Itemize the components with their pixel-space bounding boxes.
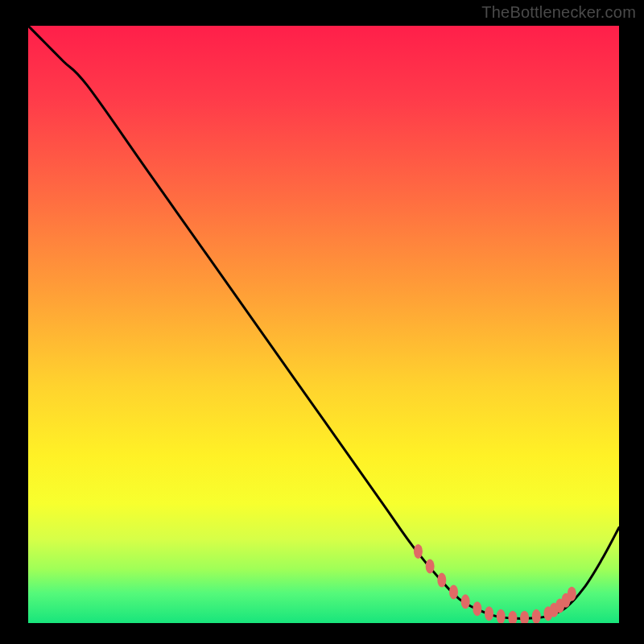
highlight-dot — [473, 601, 481, 616]
highlight-dot — [414, 544, 423, 559]
highlight-dot — [437, 573, 446, 588]
bottleneck-curve — [28, 26, 619, 618]
highlight-dot — [520, 611, 529, 623]
highlight-dot — [449, 584, 458, 599]
highlight-dot — [497, 609, 506, 623]
plot-area — [28, 26, 619, 623]
highlight-dot — [568, 587, 576, 601]
chart-frame: TheBottlenecker.com — [0, 0, 644, 644]
watermark-text: TheBottlenecker.com — [481, 3, 636, 22]
curve-layer — [28, 26, 619, 623]
highlight-dot — [426, 559, 435, 574]
highlight-dot — [461, 594, 470, 609]
highlight-dot — [532, 609, 541, 623]
highlight-dot — [485, 606, 493, 621]
highlight-dot — [508, 611, 517, 623]
